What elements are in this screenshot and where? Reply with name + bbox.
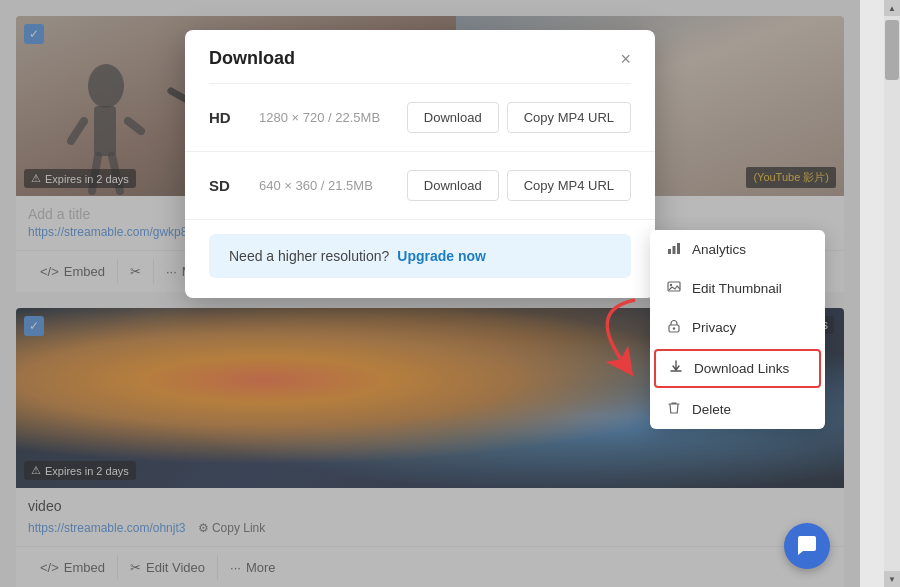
analytics-label: Analytics [692,242,746,257]
download-modal: Download × HD 1280 × 720 / 22.5MB Downlo… [185,30,655,298]
privacy-icon [666,319,682,336]
download-hd-button[interactable]: Download [407,102,499,133]
edit-thumbnail-label: Edit Thumbnail [692,281,782,296]
quality-info-sd: 640 × 360 / 21.5MB [259,178,399,193]
svg-rect-15 [677,243,680,254]
delete-icon [666,401,682,418]
svg-point-17 [670,284,672,286]
modal-header: Download × [185,30,655,83]
quality-info-hd: 1280 × 720 / 22.5MB [259,110,399,125]
download-links-icon [668,360,684,377]
dropdown-edit-thumbnail[interactable]: Edit Thumbnail [650,269,825,308]
delete-label: Delete [692,402,731,417]
copy-mp4-url-hd-button[interactable]: Copy MP4 URL [507,102,631,133]
chat-bubble-button[interactable] [784,523,830,569]
upgrade-text: Need a higher resolution? [229,248,389,264]
modal-close-button[interactable]: × [620,50,631,68]
upgrade-banner: Need a higher resolution? Upgrade now [209,234,631,278]
scroll-down-arrow[interactable]: ▼ [884,571,900,587]
scroll-up-arrow[interactable]: ▲ [884,0,900,16]
copy-mp4-url-sd-button[interactable]: Copy MP4 URL [507,170,631,201]
download-row-hd: HD 1280 × 720 / 22.5MB Download Copy MP4… [185,84,655,152]
svg-point-19 [673,327,675,329]
modal-title: Download [209,48,295,69]
dropdown-delete[interactable]: Delete [650,390,825,429]
download-sd-button[interactable]: Download [407,170,499,201]
download-links-label: Download Links [694,361,789,376]
dropdown-privacy[interactable]: Privacy [650,308,825,347]
analytics-icon [666,241,682,258]
scrollbar-thumb[interactable] [885,20,899,80]
dropdown-download-links[interactable]: Download Links [654,349,821,388]
dropdown-analytics[interactable]: Analytics [650,230,825,269]
privacy-label: Privacy [692,320,736,335]
quality-label-sd: SD [209,177,259,194]
scrollbar: ▲ ▼ [884,0,900,587]
download-row-sd: SD 640 × 360 / 21.5MB Download Copy MP4 … [185,152,655,220]
dropdown-menu: Analytics Edit Thumbnail Privacy [650,230,825,429]
upgrade-link[interactable]: Upgrade now [397,248,486,264]
quality-label-hd: HD [209,109,259,126]
svg-rect-14 [673,246,676,254]
edit-thumbnail-icon [666,280,682,297]
svg-rect-13 [668,249,671,254]
